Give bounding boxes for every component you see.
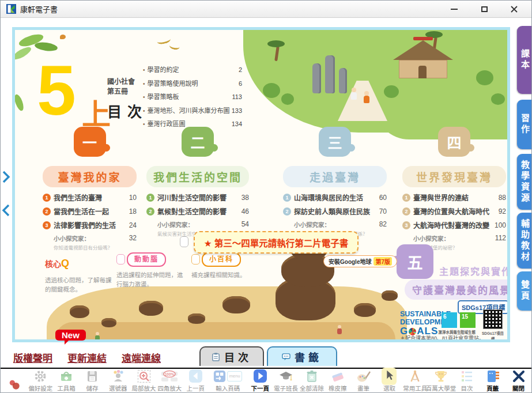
explorer-note: 小小探究家：32 你知道電視節目有分級嗎？ bbox=[43, 234, 137, 251]
number-picker-icon bbox=[111, 369, 125, 383]
prev-page-tool[interactable]: 上一頁 bbox=[183, 368, 209, 393]
class-leader-tool[interactable]: 電子班長 bbox=[273, 368, 299, 393]
google-earth-link[interactable]: 安裝Google地球 第7版 bbox=[323, 255, 397, 267]
clear-all-tool[interactable]: 全部清除 bbox=[299, 368, 325, 393]
core-q-label: 核心 bbox=[45, 259, 61, 269]
brain-mascot-icon bbox=[116, 254, 125, 264]
intro-item: 臺灣地形、河川與水庫分布圖133 bbox=[143, 105, 242, 115]
partial-zoom-icon bbox=[137, 369, 151, 383]
unit-5-puzzle-icon: 五 bbox=[397, 244, 433, 279]
unit-5-subtitle: 守護臺灣最美的風景 bbox=[405, 279, 507, 300]
corner-zoom-icon: 100% bbox=[161, 369, 178, 383]
tab-bookmark-bottom[interactable]: 書籤 bbox=[267, 346, 337, 366]
bookmark-bubble-icon bbox=[282, 353, 290, 361]
number-picker-tool[interactable]: 選號器 bbox=[105, 368, 131, 393]
subject-name: 國小社會 bbox=[107, 77, 148, 87]
brain-label: 動動腦 bbox=[127, 252, 166, 267]
pen-tool[interactable]: 畫筆 bbox=[350, 368, 376, 393]
wiki-mascot-icon bbox=[191, 254, 200, 264]
next-page-icon bbox=[253, 369, 267, 383]
common-tools-tool[interactable]: 常用工具 bbox=[402, 368, 428, 393]
close-button[interactable] bbox=[510, 5, 519, 14]
footer-links: 版權聲明 更新連結 遠端連線 bbox=[13, 350, 161, 365]
grade-number: 5 bbox=[37, 55, 76, 126]
legend-wiki: 小百科 補充課程相關知識。 bbox=[191, 252, 264, 279]
toolbox-tool[interactable]: 工具箱 bbox=[54, 368, 80, 393]
eraser-tool[interactable]: 橡皮擦 bbox=[325, 368, 350, 393]
toolbox-icon bbox=[59, 369, 73, 383]
rock-icon bbox=[70, 305, 89, 318]
ebook-app-window: 康軒電子書 bbox=[0, 0, 532, 393]
unit-2-column: 二 我們生活的空間 1河川對生活空間的影響38 2氣候對生活空間的影響46 小小… bbox=[146, 127, 249, 237]
lesson-row: 1我們生活的臺灣10 bbox=[43, 192, 137, 202]
toc-tool[interactable]: 目次 bbox=[454, 368, 480, 393]
next-page-tool[interactable]: 下一頁 bbox=[247, 368, 273, 393]
unit-5-title: 主題探究與實作 bbox=[439, 264, 507, 278]
next-arrow-chevron[interactable] bbox=[2, 171, 10, 186]
version-badge: 第7版 bbox=[373, 257, 392, 266]
copyright-link[interactable]: 版權聲明 bbox=[13, 350, 52, 365]
clipboard-icon bbox=[212, 353, 220, 361]
close-x-icon bbox=[512, 369, 526, 383]
subject-block: 國小社會 第五冊 目次 bbox=[107, 77, 148, 121]
lesson-row: 1河川對生活空間的影響38 bbox=[146, 192, 249, 202]
compass-icon bbox=[408, 369, 422, 383]
intro-list: 學習的約定2 學習策略使用說明6 學習策略板113 臺灣地形、河川與水庫分布圖1… bbox=[143, 65, 242, 133]
new-badge: New bbox=[55, 330, 86, 341]
sdgs-qr-code bbox=[483, 309, 503, 329]
save-tool[interactable]: 儲存 bbox=[79, 368, 105, 393]
preferences-tool[interactable]: 偏好設定 bbox=[28, 368, 54, 393]
unit-1-title: 臺灣我的家 bbox=[43, 166, 137, 187]
intro-item: 學習的約定2 bbox=[143, 65, 242, 74]
titlebar: 康軒電子書 bbox=[1, 1, 531, 18]
page-tabs-tool[interactable]: 頁籤 bbox=[480, 368, 505, 393]
stamp-tool[interactable] bbox=[2, 377, 28, 393]
page-input-tool[interactable]: menu 輸入頁碼 bbox=[209, 368, 247, 393]
tab-textbook[interactable]: 課本 bbox=[517, 26, 532, 94]
sdg-goal15-tile: 15 bbox=[460, 312, 476, 328]
lesson-row: 3大航海時代對臺灣的改變100 bbox=[402, 220, 506, 230]
lesson-row: 1臺灣與世界的連結88 bbox=[402, 192, 506, 202]
intro-item: 學習策略使用說明6 bbox=[143, 78, 242, 88]
stamp-icon bbox=[8, 379, 21, 391]
unit-3-column: 三 走過臺灣 1山海環境與居民的生活60 2探訪史前人類與原住民族70 小小探究… bbox=[283, 127, 387, 237]
quiz-game-tool[interactable]: 百萬大學堂 bbox=[428, 368, 454, 393]
thatched-house-icon bbox=[393, 40, 453, 60]
unit-4-icon: 四 bbox=[438, 127, 470, 157]
remote-link[interactable]: 遠端連線 bbox=[122, 350, 161, 365]
corner-zoom-tool[interactable]: 100% 四角放大 bbox=[157, 368, 183, 393]
maximize-button[interactable] bbox=[480, 5, 489, 14]
tab-teaching-resources[interactable]: 教學資源 bbox=[517, 154, 532, 210]
unit-2-title: 我們生活的空間 bbox=[146, 166, 249, 187]
page-frame: 5 上 國小社會 第五冊 目次 學習的約定2 學習策略使用說明6 學習策略板11… bbox=[12, 27, 510, 342]
close-app-tool[interactable]: 關閉 bbox=[505, 368, 531, 393]
tab-supplementary[interactable]: 輔助教材 bbox=[517, 213, 532, 269]
unit34-notice-banner: ★ 第三～四單元請執行第二片電子書 bbox=[194, 231, 359, 254]
pen-icon bbox=[356, 369, 371, 383]
gear-icon bbox=[33, 369, 47, 383]
unit-1-icon: 一 bbox=[74, 127, 106, 157]
unit-4-title: 世界發現臺灣 bbox=[402, 166, 506, 187]
page-input-icon bbox=[213, 370, 226, 383]
toc-list-icon bbox=[460, 369, 474, 383]
mascot-icon bbox=[180, 236, 188, 247]
tab-workbook[interactable]: 習作 bbox=[517, 100, 532, 149]
tab-toc-bottom[interactable]: 目次 bbox=[199, 346, 264, 366]
class-leader-icon bbox=[278, 369, 293, 383]
stone-statue-icon bbox=[312, 63, 321, 93]
select-tool[interactable]: 選取 bbox=[376, 368, 402, 393]
clear-all-icon bbox=[305, 369, 318, 383]
toc-page: 5 上 國小社會 第五冊 目次 學習的約定2 學習策略使用說明6 學習策略板11… bbox=[15, 30, 507, 339]
partial-zoom-tool[interactable]: 局部放大 bbox=[131, 368, 157, 393]
minimize-button[interactable] bbox=[450, 5, 459, 14]
prev-page-icon bbox=[188, 369, 203, 383]
tab-double-page[interactable]: 雙頁 bbox=[517, 271, 532, 311]
lesson-row: 2當我們生活在一起18 bbox=[43, 206, 137, 216]
intro-item: 學習策略板113 bbox=[143, 92, 242, 101]
workspace: 5 上 國小社會 第五冊 目次 學習的約定2 學習策略使用說明6 學習策略板11… bbox=[1, 18, 532, 368]
update-link[interactable]: 更新連結 bbox=[67, 350, 107, 365]
lesson-row: 1山海環境與居民的生活60 bbox=[283, 192, 387, 202]
lesson-row: 2氣候對生活空間的影響46 bbox=[146, 206, 249, 216]
lesson-row: 3法律影響我們的生活24 bbox=[43, 220, 137, 230]
prev-arrow-chevron[interactable] bbox=[2, 204, 10, 219]
